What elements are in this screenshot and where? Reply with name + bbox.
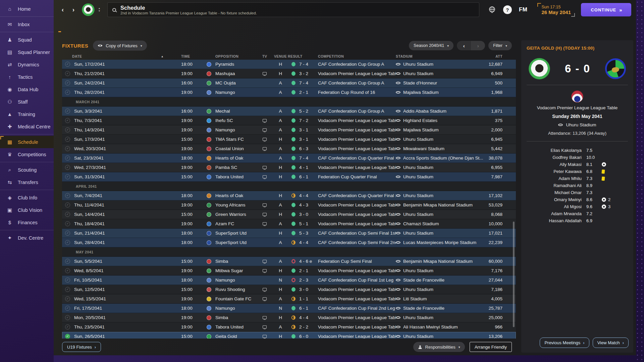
sidebar-item-scouting[interactable]: ⌕ Scouting bbox=[0, 164, 54, 176]
away-team-badge-icon[interactable] bbox=[605, 58, 626, 79]
season-dropdown[interactable]: Season 2040/41 ▾ bbox=[409, 41, 453, 50]
sidebar-item-squad[interactable]: ♟ Squad bbox=[0, 34, 54, 46]
player-rating-row[interactable]: Ramadhani Ali 8.9 bbox=[531, 182, 619, 189]
u19-fixtures-button[interactable]: U19 Fixtures › bbox=[62, 342, 101, 352]
fixture-row[interactable]: ✓ Sun, 28/4/2041 18:00 SuperSport Utd A … bbox=[62, 238, 516, 247]
sidebar-item-staff[interactable]: ⚇ Staff bbox=[0, 96, 54, 108]
previous-meetings-button[interactable]: Previous Meetings › bbox=[540, 338, 589, 348]
player-rating-row[interactable]: Elias Kakolanya 7.5 bbox=[531, 147, 619, 154]
sidebar-item-medical-centre[interactable]: ✚ Medical Centre bbox=[0, 120, 54, 133]
fixture-row[interactable]: ✓ Sun, 12/5/2041 15:00 Ruvu Shooting H 3… bbox=[62, 285, 516, 294]
sidebar-item-icon: ✦ bbox=[6, 235, 13, 241]
fixture-row[interactable]: ✓ Wed, 8/5/2041 19:00 Mtibwa Sugar H 2 -… bbox=[62, 266, 516, 276]
player-rating-row[interactable]: Omary Mwinyi 8.6 2 bbox=[531, 196, 619, 203]
fixture-row[interactable]: ✓ Thu, 18/4/2041 19:00 Azam FC A 5 - 1 V… bbox=[62, 219, 516, 229]
sidebar-item-dynamics[interactable]: ⇄ Dynamics bbox=[0, 58, 54, 71]
column-header-result[interactable]: RESULT bbox=[288, 54, 299, 58]
fixture-row[interactable]: ✓ Wed, 27/3/2041 19:00 Pamba SC H 4 - 1 … bbox=[62, 163, 516, 172]
home-team-badge-icon[interactable] bbox=[529, 58, 550, 79]
fixture-row[interactable]: ✓ Thu, 28/2/2041 19:00 Namungo A 2 - 1 F… bbox=[62, 88, 516, 97]
sidebar-item-club-vision[interactable]: ▣ Club Vision bbox=[0, 204, 54, 216]
player-rating-row[interactable]: Godfrey Bakari 10.0 bbox=[531, 154, 619, 161]
sidebar-item-inbox[interactable]: ✉ Inbox bbox=[0, 18, 54, 31]
table-scrollbar[interactable] bbox=[513, 222, 515, 327]
player-rating-row[interactable]: Ali Mgosi 9.6 3 bbox=[531, 203, 619, 210]
next-season-button[interactable]: › bbox=[471, 41, 485, 50]
sidebar-item-finances[interactable]: $ Finances bbox=[0, 216, 54, 229]
sidebar-item-home[interactable]: ⌂ Home bbox=[0, 3, 54, 15]
previous-season-button[interactable]: ‹ bbox=[457, 41, 471, 50]
sidebar-item-data-hub[interactable]: ◉ Data Hub bbox=[0, 83, 54, 96]
fixture-row[interactable]: ✓ Wed, 20/3/2041 19:00 Coastal Union A 6… bbox=[62, 144, 516, 154]
game-clock: Sun 17:15 bbox=[541, 5, 571, 9]
fixture-venue: H bbox=[273, 231, 288, 236]
fixture-row[interactable]: ✓ Sun, 14/4/2041 15:00 Green Warriors H … bbox=[62, 210, 516, 219]
world-icon[interactable] bbox=[488, 5, 496, 14]
fixture-row[interactable]: ✓ Wed, 15/5/2041 19:00 Fountain Gate FC … bbox=[62, 294, 516, 304]
stadium-name: Highland Estates bbox=[403, 118, 437, 123]
fixture-competition: CAF Confederation Cup Semi Final 2nd Leg bbox=[318, 240, 396, 245]
column-header-date[interactable]: DATE▲ bbox=[72, 54, 181, 58]
filter-dropdown[interactable]: Filter ▾ bbox=[488, 41, 512, 50]
fixture-row[interactable]: ✓ Sun, 17/2/2041 18:00 Pyramids H 7 - 4 … bbox=[62, 60, 516, 69]
fixture-row[interactable]: ✓ Sun, 31/3/2041 15:00 Tabora United H 6… bbox=[62, 172, 516, 182]
help-icon[interactable]: ? bbox=[503, 5, 512, 14]
sidebar-item-club-info[interactable]: ◈ Club Info bbox=[0, 191, 54, 204]
fixture-row[interactable]: ✓ Thu, 11/4/2041 19:00 Young Africans A … bbox=[62, 200, 516, 210]
column-header-opposition[interactable]: OPPOSITION bbox=[215, 54, 256, 58]
fixture-row[interactable]: ✓ Thu, 14/3/2041 19:00 Namungo A 3 - 1 V… bbox=[62, 125, 516, 135]
result-outcome-icon bbox=[291, 231, 296, 235]
column-header-tv[interactable]: TV bbox=[256, 54, 273, 58]
column-header-att[interactable]: ATT bbox=[484, 54, 516, 58]
sidebar-item-schedule[interactable]: ▦ Schedule bbox=[0, 136, 54, 148]
sidebar-item-competitions[interactable]: ♛ Competitions bbox=[0, 148, 54, 161]
column-header-time[interactable]: TIME bbox=[181, 54, 203, 58]
sidebar-item-squad-planner[interactable]: ▤ Squad Planner bbox=[0, 46, 54, 58]
opposition-name: Hearts of Oak bbox=[215, 156, 256, 161]
view-dropdown[interactable]: Copy of Fixtures ▾ bbox=[93, 41, 147, 51]
fixture-row[interactable]: ✓ Sun, 21/4/2041 18:00 SuperSport Utd H … bbox=[62, 229, 516, 238]
fixture-row[interactable]: ✓ Sun, 24/2/2041 16:00 MC Oujda A 7 - 4 … bbox=[62, 78, 516, 88]
fixture-row[interactable]: ✓ Sun, 7/4/2041 18:00 Hearts of Oak H 4 … bbox=[62, 191, 516, 200]
sidebar-item-dev-centre[interactable]: ✦ Dev. Centre bbox=[0, 232, 54, 244]
match-panel-title[interactable]: GEITA GOLD (H) (TODAY 15:00) bbox=[527, 46, 628, 51]
forward-button[interactable]: › bbox=[69, 6, 78, 13]
fixture-row[interactable]: ✓ Sun, 26/5/2041 15:00 Geita Gold H 6 - … bbox=[62, 332, 516, 339]
sidebar-item-transfers[interactable]: ⇆ Transfers bbox=[0, 176, 54, 188]
fixture-row[interactable]: ✓ Mon, 20/5/2041 19:00 Simba H 4 - 4 Vod… bbox=[62, 313, 516, 322]
stadium-icon bbox=[396, 147, 400, 150]
team-switcher[interactable]: ▴▾ bbox=[99, 7, 100, 12]
fixture-row[interactable]: ✓ Fri, 10/5/2041 18:00 Namungo N 2 - 3 C… bbox=[62, 276, 516, 285]
fixture-row[interactable]: ✓ Thu, 21/2/2041 19:00 Mashujaa H 3 - 2 … bbox=[62, 69, 516, 78]
player-rating-row[interactable]: Peter Kawawa 6.8 bbox=[531, 168, 619, 175]
player-rating-row[interactable]: Hassan Abdallah 6.9 bbox=[531, 217, 619, 224]
arrange-friendly-button[interactable]: Arrange Friendly bbox=[470, 342, 512, 352]
title-search-box[interactable]: Schedule 2nd in Vodacom Tanzania Premier… bbox=[107, 2, 479, 17]
responsibilities-dropdown[interactable]: Responsibilities ▾ bbox=[413, 342, 465, 352]
fixture-row[interactable]: ✓ Sun, 17/3/2041 15:00 TMA Stars FC H 3 … bbox=[62, 135, 516, 144]
column-header-venue[interactable]: VENUE bbox=[273, 54, 288, 58]
column-header-stadium[interactable]: STADIUM bbox=[396, 54, 484, 58]
fixture-result: 7 - 2 bbox=[299, 118, 318, 123]
fixture-attendance: 7,987 bbox=[484, 174, 516, 179]
fixture-stadium: Addis Ababa Stadium bbox=[396, 109, 484, 114]
tv-icon bbox=[263, 222, 267, 225]
fixture-row[interactable]: ✓ Thu, 7/3/2041 19:00 Ihefu SC A 7 - 2 V… bbox=[62, 116, 516, 125]
player-rating-row[interactable]: Michael Omar 7.3 bbox=[531, 189, 619, 196]
view-match-button[interactable]: View Match › bbox=[593, 338, 629, 348]
fixture-row[interactable]: ✓ Thu, 23/5/2041 19:00 Tabora United A 2… bbox=[62, 322, 516, 332]
sidebar-item-tactics[interactable]: ↑ Tactics bbox=[0, 71, 54, 83]
player-rating-row[interactable]: Adam Mrwanda 7.2 bbox=[531, 210, 619, 217]
player-rating-row[interactable]: Ally Makasi 8.1 bbox=[531, 161, 619, 168]
club-badge-icon[interactable] bbox=[82, 3, 95, 16]
player-rating-row[interactable]: Adam Mhilu 7.3 bbox=[531, 175, 619, 182]
fixture-row[interactable]: ✓ Sun, 3/3/2041 16:00 Mechal A 5 - 2 CAF… bbox=[62, 107, 516, 116]
back-button[interactable]: ‹ bbox=[58, 6, 67, 13]
column-header-competition[interactable]: COMPETITION bbox=[318, 54, 396, 58]
fixture-row[interactable]: ✓ Fri, 17/5/2041 18:00 Namungo N 6 - 1 C… bbox=[62, 304, 516, 313]
opposition-name: TMA Stars FC bbox=[215, 137, 256, 142]
fixture-row[interactable]: ✓ Sun, 5/5/2041 15:00 Simba A 4 - 6 e Fe… bbox=[62, 257, 516, 266]
fixture-row[interactable]: ✓ Sat, 23/3/2041 18:00 Hearts of Oak A 7… bbox=[62, 154, 516, 163]
sidebar-item-training[interactable]: ▲ Training bbox=[0, 108, 54, 120]
continue-button[interactable]: CONTINUE » bbox=[581, 3, 631, 16]
